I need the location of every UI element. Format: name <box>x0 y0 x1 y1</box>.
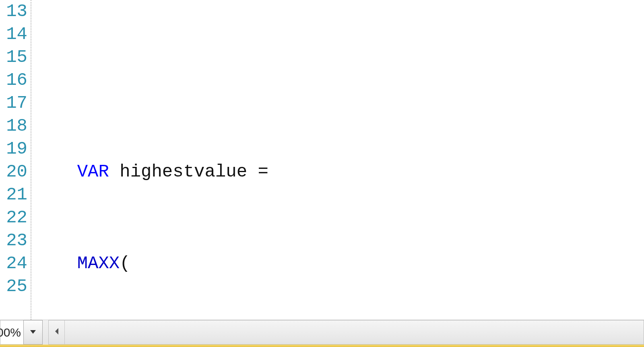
line-number: 24 <box>6 252 27 275</box>
scrollbar-track[interactable] <box>65 320 644 344</box>
code-line[interactable]: VAR highestvalue = <box>35 160 644 183</box>
line-number: 16 <box>6 69 27 92</box>
line-number: 25 <box>6 275 27 298</box>
line-number: 21 <box>6 183 27 206</box>
line-number: 15 <box>6 46 27 69</box>
editor-footer: 00% <box>0 320 644 345</box>
chevron-down-icon <box>29 329 37 336</box>
line-number: 22 <box>6 206 27 229</box>
zoom-dropdown-button[interactable] <box>23 320 43 345</box>
line-number: 20 <box>6 160 27 183</box>
function-maxx: MAXX <box>77 253 120 273</box>
zoom-value: 00% <box>0 326 21 339</box>
line-number-gutter: 13 14 15 16 17 18 19 20 21 22 23 24 25 <box>0 0 31 320</box>
line-number: 13 <box>6 0 27 23</box>
chevron-left-icon <box>54 327 60 337</box>
identifier: highestvalue <box>120 162 247 182</box>
line-number: 18 <box>6 115 27 138</box>
line-number: 14 <box>6 23 27 46</box>
horizontal-scrollbar[interactable] <box>48 320 644 345</box>
line-number: 23 <box>6 229 27 252</box>
dax-editor: 13 14 15 16 17 18 19 20 21 22 23 24 25 V… <box>0 0 644 347</box>
keyword-var: VAR <box>77 162 109 182</box>
bottom-accent-strip <box>0 345 644 347</box>
line-number: 19 <box>6 138 27 160</box>
svg-marker-0 <box>30 330 36 334</box>
code-line[interactable] <box>35 69 644 92</box>
code-content[interactable]: VAR highestvalue = MAXX( ALLSELECTED( __… <box>31 0 644 320</box>
line-number: 17 <box>6 92 27 115</box>
scroll-left-button[interactable] <box>49 320 65 344</box>
svg-marker-1 <box>55 328 58 335</box>
code-line[interactable]: MAXX( <box>35 252 644 275</box>
zoom-level-input[interactable]: 00% <box>0 320 23 345</box>
code-area[interactable]: 13 14 15 16 17 18 19 20 21 22 23 24 25 V… <box>0 0 644 320</box>
